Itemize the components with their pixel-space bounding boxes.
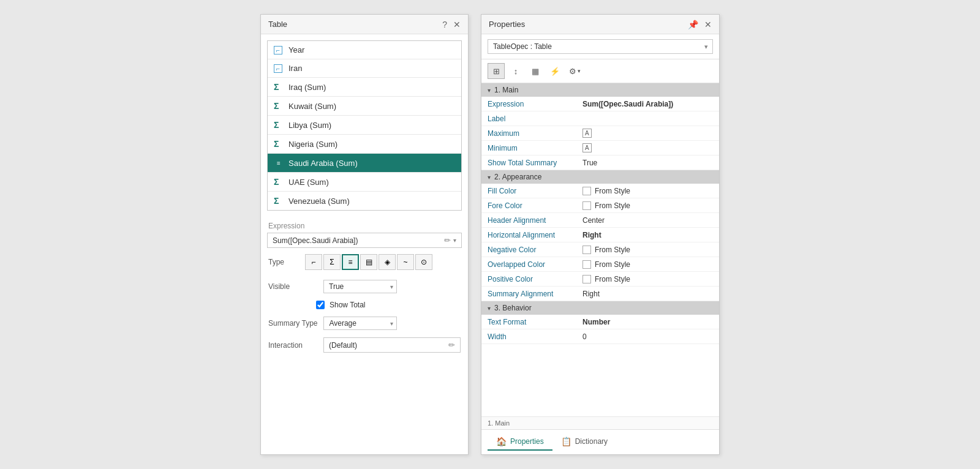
- prop-row[interactable]: Text FormatNumber: [481, 315, 719, 329]
- prop-row-value: True: [582, 159, 713, 167]
- properties-panel: Properties 📌 ✕ TableOpec : Table ⊞ ↕ ▦ ⚡…: [481, 14, 720, 455]
- pin-icon[interactable]: 📌: [688, 20, 698, 29]
- type-btn-3[interactable]: ▤: [360, 254, 377, 270]
- prop-section-header-behavior[interactable]: ▾3. Behavior: [481, 301, 719, 315]
- sigma-icon: Σ: [274, 120, 284, 130]
- column-item[interactable]: ⌐Year: [268, 41, 461, 59]
- prop-row-name: Fore Color: [488, 201, 582, 210]
- type-btn-0[interactable]: ⌐: [305, 254, 322, 270]
- summary-type-select[interactable]: Average Sum Count Min Max: [323, 317, 397, 330]
- prop-row[interactable]: Label: [481, 111, 719, 126]
- type-row: Type ⌐Σ≡▤◈~⊙: [261, 248, 468, 276]
- prop-tab-dictionary[interactable]: 📋Dictionary: [552, 433, 616, 451]
- type-btn-2[interactable]: ≡: [342, 254, 359, 270]
- prop-row[interactable]: ExpressionSum([Opec.Saudi Arabia]): [481, 97, 719, 111]
- prop-selector-row: TableOpec : Table: [481, 34, 719, 59]
- prop-table: ▾1. MainExpressionSum([Opec.Saudi Arabia…: [481, 83, 719, 416]
- prop-row-value: Right: [582, 231, 713, 239]
- sort-button[interactable]: ↕: [507, 63, 524, 79]
- type-btn-4[interactable]: ◈: [379, 254, 396, 270]
- column-item[interactable]: ΣIraq (Sum): [268, 78, 461, 97]
- interaction-label: Interaction: [268, 341, 317, 350]
- prop-row[interactable]: Fill ColorFrom Style: [481, 184, 719, 198]
- prop-row-value: A: [582, 129, 713, 138]
- tab-label-dictionary: Dictionary: [575, 437, 608, 446]
- type-btn-1[interactable]: Σ: [323, 254, 341, 270]
- column-item[interactable]: ≡Saudi Arabia (Sum): [268, 154, 461, 173]
- table-icon: ≡: [274, 158, 284, 168]
- column-name: Venezuela (Sum): [288, 197, 350, 206]
- prop-row[interactable]: MinimumA: [481, 141, 719, 156]
- table-panel-title: Table: [268, 20, 287, 29]
- column-item[interactable]: ⌐Iran: [268, 59, 461, 78]
- prop-section-header-appearance[interactable]: ▾2. Appearance: [481, 170, 719, 184]
- help-icon[interactable]: ?: [442, 20, 447, 29]
- expression-label: Expression: [261, 217, 468, 233]
- column-item[interactable]: ΣUAE (Sum): [268, 173, 461, 192]
- color-swatch: [582, 275, 591, 283]
- show-total-checkbox[interactable]: [316, 301, 325, 309]
- color-swatch: [582, 260, 591, 269]
- prop-row-name: Header Alignment: [488, 216, 582, 225]
- prop-selector[interactable]: TableOpec : Table: [488, 39, 713, 54]
- visible-select-wrapper: True False: [323, 280, 397, 293]
- lightning-button[interactable]: ⚡: [546, 63, 564, 79]
- prop-row[interactable]: MaximumA: [481, 126, 719, 141]
- prop-tab-properties[interactable]: 🏠Properties: [488, 433, 552, 451]
- sigma-icon: Σ: [274, 177, 284, 187]
- sigma-icon: Σ: [274, 196, 284, 206]
- properties-close-icon[interactable]: ✕: [704, 20, 712, 29]
- properties-panel-title: Properties: [489, 20, 525, 29]
- prop-row-name: Negative Color: [488, 246, 582, 254]
- show-total-label: Show Total: [330, 301, 365, 309]
- gear-button[interactable]: ⚙ ▾: [566, 63, 583, 79]
- prop-row[interactable]: Positive ColorFrom Style: [481, 272, 719, 287]
- prop-section-header-main[interactable]: ▾1. Main: [481, 83, 719, 97]
- properties-panel-header: Properties 📌 ✕: [481, 15, 719, 34]
- prop-row[interactable]: Width0: [481, 329, 719, 344]
- prop-row-value: From Style: [582, 246, 713, 254]
- prop-row-name: Horizontal Alignment: [488, 231, 582, 239]
- column-name: Year: [288, 45, 304, 54]
- prop-row-value: 0: [582, 332, 713, 341]
- prop-row-value: From Style: [582, 187, 713, 195]
- prop-row-name: Fill Color: [488, 187, 582, 195]
- type-btn-6[interactable]: ⊙: [415, 254, 432, 270]
- close-icon[interactable]: ✕: [453, 20, 461, 29]
- column-list: ⌐Year⌐IranΣIraq (Sum)ΣKuwait (Sum)ΣLibya…: [267, 40, 462, 211]
- expression-edit-icon[interactable]: ✏: [444, 236, 451, 245]
- prop-value-icon: A: [582, 129, 592, 138]
- column-item[interactable]: ΣLibya (Sum): [268, 116, 461, 135]
- tab-icon-properties: 🏠: [496, 437, 507, 446]
- prop-row-name: Label: [488, 114, 582, 123]
- prop-row-name: Maximum: [488, 129, 582, 138]
- prop-row-value: Center: [582, 216, 713, 225]
- grid-view-button[interactable]: ⊞: [488, 63, 505, 79]
- prop-row[interactable]: Fore ColorFrom Style: [481, 198, 719, 213]
- prop-row[interactable]: Header AlignmentCenter: [481, 213, 719, 228]
- prop-row-name: Width: [488, 332, 582, 341]
- table-view-button[interactable]: ▦: [527, 63, 544, 79]
- expression-dropdown-icon[interactable]: ▾: [453, 237, 456, 244]
- tab-label-properties: Properties: [510, 437, 544, 446]
- type-btn-5[interactable]: ~: [397, 254, 414, 270]
- color-swatch: [582, 187, 591, 195]
- prop-row[interactable]: Overlapped ColorFrom Style: [481, 257, 719, 272]
- prop-row[interactable]: Horizontal AlignmentRight: [481, 228, 719, 242]
- column-name: Iraq (Sum): [288, 83, 326, 92]
- column-item[interactable]: ΣKuwait (Sum): [268, 97, 461, 116]
- sigma-icon: Σ: [274, 101, 284, 111]
- prop-row[interactable]: Summary AlignmentRight: [481, 287, 719, 301]
- column-item[interactable]: ΣVenezuela (Sum): [268, 192, 461, 210]
- visible-select[interactable]: True False: [323, 280, 397, 293]
- prop-row[interactable]: Negative ColorFrom Style: [481, 242, 719, 257]
- color-swatch: [582, 201, 591, 210]
- prop-toolbar: ⊞ ↕ ▦ ⚡ ⚙ ▾: [481, 59, 719, 83]
- interaction-value: (Default): [329, 341, 446, 350]
- prop-row-value: Sum([Opec.Saudi Arabia]): [582, 100, 713, 108]
- interaction-edit-icon[interactable]: ✏: [448, 340, 455, 350]
- type-label: Type: [268, 258, 299, 266]
- column-item[interactable]: ΣNigeria (Sum): [268, 135, 461, 154]
- prop-row-value: From Style: [582, 201, 713, 210]
- prop-row[interactable]: Show Total SummaryTrue: [481, 156, 719, 170]
